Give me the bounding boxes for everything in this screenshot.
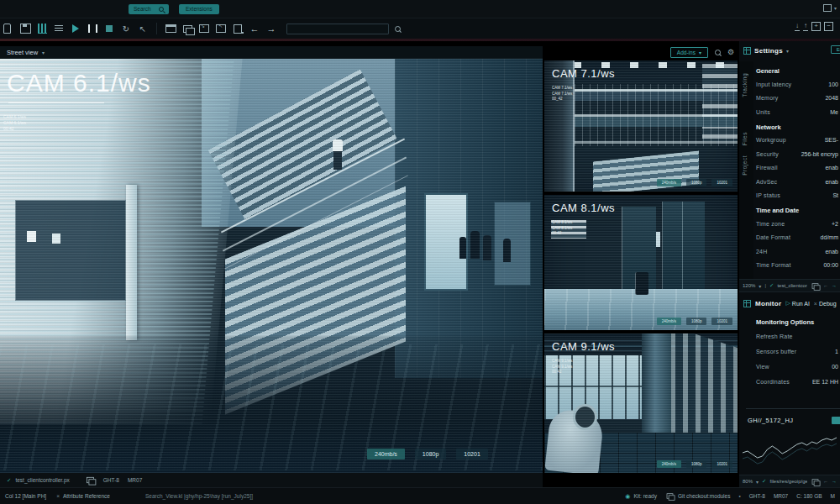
setting-value[interactable]: 256-bit encryp bbox=[801, 151, 838, 157]
gear-icon[interactable]: ⚙ bbox=[727, 49, 734, 56]
chevron-down-icon[interactable]: ▾ bbox=[786, 48, 789, 54]
setting-label: Memory bbox=[756, 95, 778, 101]
new-file-icon[interactable] bbox=[231, 22, 244, 35]
monitor-label: Coordinates bbox=[756, 379, 790, 385]
back-icon[interactable]: ← bbox=[248, 22, 261, 35]
monitor-value[interactable]: EE 12 HH bbox=[812, 379, 838, 385]
setting-value[interactable]: enab bbox=[825, 249, 838, 255]
settings-row: Date Format dd/mm bbox=[756, 231, 838, 245]
bitrate-badge: 240mb/s bbox=[657, 460, 681, 468]
build-tag-2: MR07 bbox=[128, 477, 142, 483]
remove-panel-icon[interactable]: − bbox=[824, 22, 833, 31]
download-icon[interactable]: ↓ bbox=[795, 23, 800, 31]
toolbar-command-input[interactable] bbox=[286, 24, 389, 34]
setting-value[interactable]: 100 bbox=[828, 81, 838, 87]
setting-value[interactable]: St bbox=[832, 192, 838, 198]
loop-icon[interactable]: ↻ bbox=[119, 22, 133, 35]
resolution-badge: 1080p bbox=[686, 179, 707, 186]
back-icon[interactable]: ← bbox=[823, 283, 828, 288]
stream-id-badge: 10201 bbox=[711, 460, 732, 468]
zoom-level[interactable]: 80% bbox=[743, 479, 753, 484]
toolbar-right-icons: ↓ ↑ + − bbox=[795, 22, 833, 31]
export-icon[interactable] bbox=[214, 22, 228, 35]
search-icon[interactable] bbox=[715, 50, 721, 55]
attribute-reference: Attribute Reference bbox=[63, 493, 110, 499]
monitor-value[interactable]: 1 bbox=[835, 349, 838, 354]
chevron-down-icon[interactable]: ▾ bbox=[756, 479, 759, 485]
camera-title-underline bbox=[8, 102, 104, 103]
extensions-button[interactable]: Extensions bbox=[179, 4, 219, 14]
back-icon[interactable]: ← bbox=[823, 479, 828, 484]
bullet-separator: • bbox=[738, 493, 740, 499]
window-options-icon[interactable] bbox=[823, 4, 832, 12]
monitor-value[interactable]: 00 bbox=[832, 364, 838, 370]
playlist-icon[interactable] bbox=[52, 22, 66, 35]
forward-icon[interactable]: → bbox=[265, 22, 278, 35]
menubar-window-controls: ▾ bbox=[823, 4, 837, 12]
forward-icon[interactable]: → bbox=[832, 283, 837, 288]
cam-column-header: Add-ins ▾ ⚙ bbox=[544, 46, 738, 59]
open-file-name[interactable]: files/res/geoip/geoip.inc bbox=[769, 479, 807, 484]
git-checkout[interactable]: Git checkout:modules bbox=[665, 492, 731, 500]
zoom-level[interactable]: 120% bbox=[743, 283, 755, 288]
setting-value[interactable]: Me bbox=[830, 109, 838, 115]
copy-icon[interactable] bbox=[181, 22, 194, 35]
sidebar-tab-rail: Tracking Files Project bbox=[739, 61, 753, 280]
close-icon: × bbox=[814, 301, 817, 307]
levels-icon[interactable] bbox=[35, 22, 49, 35]
pause-button[interactable] bbox=[86, 22, 99, 35]
section-header: General bbox=[756, 63, 838, 77]
monitor-row: View 00 bbox=[756, 359, 838, 374]
setting-value[interactable]: 2048 bbox=[825, 95, 838, 101]
build-tag: GHT-8 bbox=[749, 493, 765, 499]
camera-status-badges: 240mb/s 1080p 10201 bbox=[657, 460, 732, 468]
clip-tool-icon[interactable] bbox=[2, 22, 15, 35]
save-icon[interactable] bbox=[18, 22, 32, 35]
stream-id-badge: 10201 bbox=[711, 318, 732, 325]
camera-feed-main[interactable]: CAM 6.1/ws CAM 6.1/ws CAM 6.1/ws 00:42 2… bbox=[0, 59, 543, 473]
view-tab-street-view[interactable]: Street view ▾ bbox=[0, 46, 543, 59]
setting-value[interactable]: dd/mm bbox=[821, 234, 838, 240]
camera-feed-7[interactable]: CAM 7.1/ws CAM 7.1/wsCAM 7.1/ws00_42 240… bbox=[544, 60, 738, 192]
setting-value[interactable]: enab bbox=[825, 179, 838, 185]
stop-button[interactable] bbox=[102, 22, 116, 35]
setting-value[interactable]: +2 bbox=[832, 221, 838, 227]
setting-value[interactable]: enab bbox=[825, 165, 838, 171]
upload-icon[interactable]: ↑ bbox=[803, 23, 808, 31]
tab-files[interactable]: Files bbox=[742, 132, 748, 145]
extensions-label: Extensions bbox=[186, 6, 213, 12]
play-button[interactable] bbox=[69, 22, 82, 35]
main-view-status-bar: ✓ test_clientcontroller.px GHT-8 MR07 bbox=[0, 473, 543, 487]
forward-icon[interactable]: → bbox=[832, 479, 837, 484]
window-icon[interactable] bbox=[164, 22, 177, 35]
camera-title: CAM 6.1/ws bbox=[7, 69, 151, 97]
add-panel-icon[interactable]: + bbox=[811, 22, 821, 31]
tab-project[interactable]: Project bbox=[742, 155, 748, 176]
stream-id-badge: 10201 bbox=[711, 179, 732, 186]
branch-icon bbox=[667, 493, 674, 498]
workspace: Street view ▾ bbox=[0, 41, 840, 487]
copy-icon[interactable] bbox=[812, 479, 819, 484]
settings-row: Input latency 100 bbox=[756, 77, 838, 92]
toolbar-search-icon[interactable] bbox=[391, 22, 404, 35]
setting-value[interactable]: SES- bbox=[825, 137, 838, 143]
camera-feed-8[interactable]: CAM 8.1/ws CAM 8.1/wsCAM 8.1/ws00:42 240… bbox=[544, 195, 738, 330]
chevron-down-icon[interactable]: ▾ bbox=[759, 283, 761, 289]
disk-usage: C: 180 GB bbox=[796, 493, 822, 499]
chevron-down-icon[interactable]: ▾ bbox=[834, 5, 837, 11]
cursor-tool-icon[interactable]: ↖ bbox=[136, 22, 150, 35]
debug-button[interactable]: × Debug bbox=[814, 301, 837, 307]
camera-feed-9[interactable]: CAM 9.1/ws CAM 9.1/wsCAM 9.1/ws00:42 240… bbox=[544, 333, 738, 473]
copy-icon[interactable] bbox=[87, 477, 94, 483]
open-file-name[interactable]: test_clientcontroller.px bbox=[777, 283, 807, 288]
run-ai-button[interactable]: ▷ Run AI bbox=[785, 300, 809, 307]
addins-button[interactable]: Add-ins ▾ bbox=[670, 47, 708, 58]
import-icon[interactable] bbox=[197, 22, 211, 35]
copy-icon[interactable] bbox=[812, 283, 819, 288]
tab-tracking[interactable]: Tracking bbox=[742, 73, 748, 97]
settings-edit-button[interactable]: Edit bbox=[831, 45, 840, 54]
menu-search[interactable]: Search bbox=[129, 4, 169, 14]
setting-value[interactable]: 00:00 bbox=[823, 262, 838, 268]
kit-status[interactable]: ◉ Kit: ready bbox=[625, 493, 657, 500]
open-file-name[interactable]: test_clientcontroller.px bbox=[15, 477, 69, 483]
